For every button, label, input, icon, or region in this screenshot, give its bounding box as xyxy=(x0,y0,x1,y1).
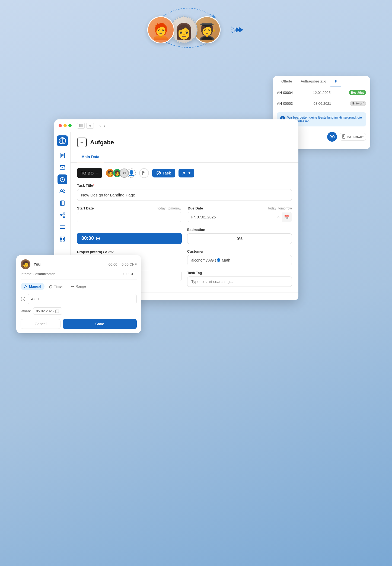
flag-button[interactable] xyxy=(139,168,149,178)
svg-point-40 xyxy=(157,171,161,175)
user-name: You xyxy=(34,262,105,266)
svg-point-28 xyxy=(63,213,65,214)
svg-marker-3 xyxy=(239,27,243,33)
chevron-down-icon[interactable]: ∨ xyxy=(86,123,94,129)
timer-display: 00:00 xyxy=(77,233,182,244)
nav-arrows: ‹ › xyxy=(98,123,107,129)
task-button[interactable]: Task xyxy=(152,169,175,177)
avatars-section: 🧑‍🦰 👩 🧑‍🎓 xyxy=(147,16,245,43)
timer-dot[interactable] xyxy=(96,237,100,240)
due-tomorrow-btn[interactable]: tomorrow xyxy=(278,206,292,210)
time-tab-manual[interactable]: Manual xyxy=(21,283,44,290)
save-button[interactable]: Save xyxy=(63,319,137,329)
page-header: ← Aufgabe xyxy=(71,132,298,152)
when-date-picker[interactable]: 05.02.2025 xyxy=(33,307,62,315)
time-input-field[interactable] xyxy=(28,294,137,304)
sidebar-toggle-icon[interactable] xyxy=(77,123,85,129)
sidebar-item-connect[interactable] xyxy=(58,210,67,220)
play-arrows xyxy=(231,26,245,34)
when-date-value: 05.02.2025 xyxy=(36,309,54,313)
svg-point-49 xyxy=(49,285,52,288)
timer-col: 00:00 xyxy=(77,233,182,244)
tab-offerte[interactable]: Offerte xyxy=(277,76,297,87)
order-date-1: 12.01.2025 xyxy=(313,91,345,95)
svg-point-5 xyxy=(331,136,333,138)
start-date-col: Start Date today tomorrow xyxy=(77,206,181,222)
todo-dash: – xyxy=(96,170,98,176)
start-today-btn[interactable]: today xyxy=(158,206,165,210)
order-tabs: Offerte Auftragsbestätig F xyxy=(273,76,370,87)
project-label: Projekt (intern) / Aktiv xyxy=(77,250,182,254)
close-button[interactable] xyxy=(59,124,62,127)
estimation-col: Estimation xyxy=(187,228,292,244)
svg-point-29 xyxy=(63,216,65,218)
svg-rect-25 xyxy=(60,201,64,206)
time-tab-range[interactable]: Range xyxy=(67,283,89,290)
time-panel-header: 🧑 You 00:00 0.00 CHF xyxy=(21,259,137,269)
task-tag-col: Task Tag xyxy=(187,271,292,287)
nav-icons: ∨ xyxy=(77,123,94,129)
sidebar-item-grid[interactable] xyxy=(58,234,67,244)
total-cost-row: Interne Gesamtkosten 0.00 CHF xyxy=(21,272,137,279)
info-text: Wir bearbeiten deine Bestellung im Hinte… xyxy=(287,116,363,123)
todo-status-badge[interactable]: TO DO – xyxy=(77,168,102,178)
task-title-section: Task Title* xyxy=(77,183,292,201)
tab-main-data[interactable]: Main Data xyxy=(77,152,104,162)
task-tag-input[interactable] xyxy=(187,276,292,287)
start-tomorrow-btn[interactable]: tomorrow xyxy=(168,206,181,210)
assignee-add-button[interactable]: 👤 xyxy=(127,168,136,178)
due-date-input[interactable] xyxy=(188,212,275,222)
svg-point-27 xyxy=(60,214,62,216)
svg-point-41 xyxy=(183,172,185,174)
back-button[interactable]: ← xyxy=(77,138,87,147)
task-tag-label: Task Tag xyxy=(187,271,292,275)
page-title: Aufgabe xyxy=(90,139,114,146)
order-status-2: Entwurf xyxy=(350,101,366,106)
estimation-input[interactable] xyxy=(187,233,292,244)
order-row-2: AN-00003 08.06.2021 Entwurf xyxy=(273,98,370,109)
time-tab-timer[interactable]: Timer xyxy=(46,283,66,290)
customer-input[interactable] xyxy=(187,255,292,265)
minimize-button[interactable] xyxy=(63,124,67,127)
cancel-button[interactable]: Cancel xyxy=(21,319,60,329)
due-date-clear-icon[interactable]: × xyxy=(275,212,282,222)
due-date-calendar-icon[interactable]: 📅 xyxy=(282,212,292,222)
maximize-button[interactable] xyxy=(68,124,72,127)
estimation-label: Estimation xyxy=(187,228,292,232)
preview-icon[interactable] xyxy=(327,132,337,142)
settings-button[interactable]: ▼ xyxy=(179,169,194,177)
due-date-helpers: today tomorrow xyxy=(268,206,292,210)
svg-rect-58 xyxy=(56,310,59,313)
order-row-1: AN-00004 12.01.2025 Bestätigt xyxy=(273,87,370,98)
forward-nav-icon[interactable]: › xyxy=(103,123,106,129)
tab-auftragsbestatigt[interactable]: Auftragsbestätig xyxy=(297,76,331,87)
svg-line-48 xyxy=(24,287,25,288)
order-id-1: AN-00004 xyxy=(277,91,310,95)
sidebar-item-tasks[interactable] xyxy=(58,151,67,160)
back-nav-icon[interactable]: ‹ xyxy=(98,123,102,129)
start-date-helpers: today tomorrow xyxy=(158,206,181,210)
sidebar-item-book[interactable] xyxy=(58,198,67,208)
task-title-input[interactable] xyxy=(77,189,292,201)
task-toolbar: TO DO – 🧑 👩 +1 xyxy=(77,168,292,178)
svg-line-57 xyxy=(23,299,24,300)
svg-rect-36 xyxy=(63,237,65,239)
svg-rect-10 xyxy=(80,124,83,127)
when-row: When: 05.02.2025 xyxy=(21,307,137,315)
tab-f[interactable]: F xyxy=(330,76,341,87)
tab-bar: Main Data xyxy=(71,152,298,163)
start-date-input[interactable] xyxy=(77,212,181,222)
due-date-field: × 📅 xyxy=(188,212,292,222)
panel-buttons: Cancel Save xyxy=(21,319,137,329)
sidebar-item-menu[interactable] xyxy=(58,222,67,232)
sidebar-item-mail[interactable] xyxy=(58,163,67,172)
sidebar-logo xyxy=(57,135,68,146)
due-today-btn[interactable]: today xyxy=(268,206,276,210)
sidebar-item-users[interactable] xyxy=(58,186,67,196)
avatar-2: 👩 xyxy=(170,16,197,43)
pdf-button[interactable]: PDF Entwurf xyxy=(340,133,366,141)
start-date-label: Start Date xyxy=(77,206,94,210)
order-id-2: AN-00003 xyxy=(277,101,310,106)
time-input-row xyxy=(21,294,137,304)
sidebar-item-timer[interactable] xyxy=(58,174,67,184)
